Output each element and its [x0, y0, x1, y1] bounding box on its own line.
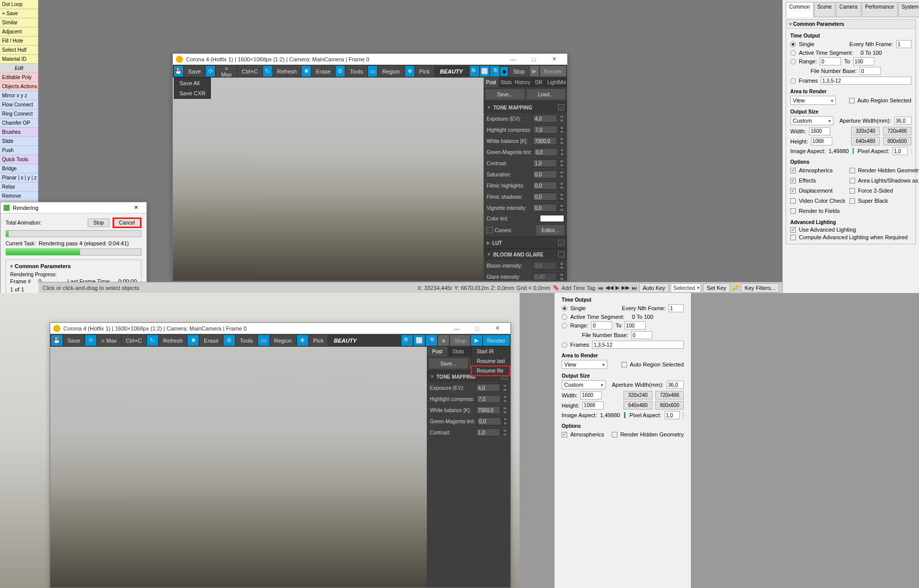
chk-atmospherics[interactable] [790, 168, 796, 173]
sidebar-item[interactable]: Fill / Hole [0, 36, 38, 46]
contrast-input[interactable] [533, 159, 557, 167]
width-input[interactable] [580, 391, 602, 399]
pick-icon[interactable]: ✥ [405, 66, 414, 77]
render-viewport[interactable] [173, 78, 484, 281]
tomax-button[interactable]: > Max [97, 335, 121, 346]
sidebar-item[interactable]: Ring Connect [0, 109, 38, 119]
sidebar-item[interactable]: Select Half [0, 46, 38, 55]
chk-vcc[interactable] [790, 198, 796, 204]
vignette-input[interactable] [533, 204, 557, 212]
radio-ats[interactable] [790, 50, 796, 56]
erase-button[interactable]: Erase [200, 335, 223, 346]
sidebar-item[interactable]: Similar [0, 18, 38, 27]
tomax-button[interactable]: > Max [216, 66, 237, 77]
preset-320-button[interactable]: 320x240 [623, 391, 652, 399]
chk-rhg[interactable] [850, 168, 855, 173]
size-preset-combo[interactable]: Custom [790, 116, 833, 125]
range-to-input[interactable] [624, 321, 646, 329]
keyfilters-button[interactable]: Key Filters... [741, 283, 779, 292]
save-button[interactable]: Save [184, 66, 205, 77]
exposure-input[interactable] [533, 115, 557, 123]
render-play-icon[interactable]: ▶ [471, 335, 482, 346]
erase-icon[interactable]: ✖ [302, 66, 311, 77]
close-button[interactable]: ✕ [544, 54, 564, 65]
save-dropdown-button[interactable]: 💾 [51, 335, 62, 346]
key-selected-combo[interactable]: Selected [671, 283, 701, 292]
stop-render-button[interactable]: Stop [88, 218, 109, 227]
resume-file-item[interactable]: Resume file [471, 366, 510, 376]
sidebar-item[interactable]: Brushes [0, 128, 38, 137]
radio-frames[interactable] [790, 78, 796, 84]
pick-icon[interactable]: ✥ [297, 335, 308, 346]
width-input[interactable] [809, 127, 830, 135]
preset-800-button[interactable]: 800x600 [883, 137, 911, 145]
tomax-icon[interactable]: ⟳ [206, 66, 215, 77]
pick-button[interactable]: Pick [415, 66, 434, 77]
tone-mapping-toggle[interactable] [558, 104, 564, 111]
chk-displacement[interactable] [790, 188, 796, 194]
maximize-button[interactable]: □ [467, 323, 487, 334]
region-icon[interactable]: ▭ [368, 66, 377, 77]
render-button[interactable]: Render [483, 335, 509, 346]
sidebar-item[interactable]: Editable Poly [0, 73, 38, 82]
cancel-render-button[interactable]: Cancel [113, 217, 141, 228]
render-viewport[interactable] [50, 347, 427, 587]
radio-range[interactable] [790, 59, 796, 64]
curves-editor-button[interactable]: Editor... [536, 225, 564, 235]
tab-performance[interactable]: Performance [862, 2, 898, 17]
lock-icon[interactable] [911, 148, 911, 154]
tab-post[interactable]: Post [484, 78, 499, 87]
wb-input[interactable] [476, 406, 500, 414]
refresh-button[interactable]: Refresh [273, 66, 301, 77]
area-combo[interactable]: View [562, 360, 607, 369]
preset-720-button[interactable]: 720x486 [655, 391, 684, 399]
titlebar[interactable]: Corona 4 (Hotfix 1) | 1600×1068px (1:2) … [50, 323, 510, 334]
sidebar-item[interactable]: Slide [0, 137, 38, 146]
tone-mapping-header[interactable]: ▼TONE MAPPING [484, 102, 567, 113]
start-ir-item[interactable]: Start IR [471, 347, 510, 356]
tab-stats[interactable]: Stats [448, 347, 468, 356]
autokey-button[interactable]: Auto Key [639, 283, 669, 292]
refresh-button[interactable]: Refresh [159, 335, 187, 346]
range-to-input[interactable] [853, 57, 874, 65]
save-dropdown-button[interactable]: 💾 [174, 66, 183, 77]
sidebar-item[interactable]: Material ID [0, 55, 38, 64]
tomax-icon[interactable]: ⟳ [85, 335, 96, 346]
range-from-input[interactable] [591, 321, 612, 329]
zoom-out-icon[interactable]: 🔎 [490, 66, 499, 77]
tab-history[interactable]: History [513, 78, 531, 87]
refresh-icon[interactable]: ↻ [263, 66, 272, 77]
nth-frame-input[interactable] [669, 304, 684, 312]
tab-system[interactable]: System [898, 2, 919, 17]
sidebar-item[interactable]: + Save [0, 9, 38, 18]
saturation-input[interactable] [533, 170, 557, 178]
setkey-button[interactable]: Set Key [703, 283, 730, 292]
stop-button[interactable]: Stop [509, 66, 529, 77]
render-play-icon[interactable]: ▶ [530, 66, 539, 77]
close-icon[interactable]: ✕ [128, 204, 143, 211]
zoom-fit-icon[interactable]: ⬜ [414, 335, 425, 346]
play-icon[interactable]: ▶ [615, 284, 619, 291]
file-num-base-input[interactable] [631, 331, 652, 339]
range-from-input[interactable] [820, 57, 841, 65]
glare-int-input[interactable] [533, 273, 557, 281]
chk-rhg[interactable] [612, 432, 617, 437]
spin[interactable]: ▴▾ [559, 115, 564, 123]
frames-input[interactable] [821, 77, 911, 85]
region-button[interactable]: Region [378, 66, 404, 77]
preset-640-button[interactable]: 640x480 [623, 401, 652, 410]
tools-button[interactable]: Tools [346, 66, 367, 77]
prev-key-icon[interactable]: ◀◀ [605, 284, 613, 291]
tab-dr[interactable]: DR [531, 78, 546, 87]
minimize-button[interactable]: — [503, 54, 524, 65]
area-combo[interactable]: View [790, 96, 836, 105]
exposure-input[interactable] [476, 384, 500, 392]
chk-f2s[interactable] [850, 188, 855, 194]
lock-icon[interactable] [683, 412, 684, 418]
bloom-header[interactable]: ▼BLOOM AND GLARE [484, 249, 567, 260]
wb-input[interactable] [533, 137, 557, 145]
contrast-input[interactable] [476, 428, 500, 436]
tools-button[interactable]: Tools [236, 335, 257, 346]
stop-button[interactable]: Stop [450, 335, 470, 346]
sidebar-item[interactable]: Flow Connect [0, 100, 38, 109]
